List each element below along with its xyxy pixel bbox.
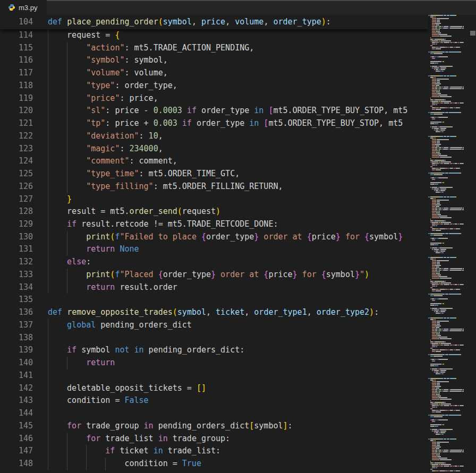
line-number[interactable]: 133 (0, 269, 33, 281)
indent-guide (48, 231, 48, 244)
code-line[interactable]: 119"price": price, (0, 92, 428, 105)
line-number[interactable]: 146 (0, 433, 33, 445)
line-number[interactable]: 132 (0, 256, 33, 269)
code-line[interactable]: 131return None (0, 243, 428, 256)
code-line[interactable]: 114request = { (0, 29, 428, 42)
code-line[interactable]: 104def place_pending_order(symbol, price… (0, 15, 428, 29)
line-number[interactable]: 135 (0, 294, 33, 306)
line-number[interactable]: 115 (0, 42, 33, 55)
code-line[interactable]: 142deletable_oposit_tickets = [] (0, 382, 428, 395)
code-line[interactable]: 127} (0, 193, 428, 206)
minimap-line (428, 254, 470, 255)
code-line[interactable]: 145for trade_group in pending_orders_dic… (0, 420, 428, 433)
indent-guide (67, 92, 67, 105)
line-number[interactable]: 116 (0, 54, 33, 67)
line-number[interactable]: 120 (0, 105, 33, 117)
tab-m3py[interactable]: m3.py (0, 0, 47, 15)
line-number[interactable]: 141 (0, 369, 33, 382)
minimap-line (428, 99, 470, 100)
code-line[interactable]: 146for trade_list in trade_group: (0, 433, 428, 445)
minimap-line (428, 21, 470, 22)
vertical-scrollbar[interactable] (470, 15, 476, 473)
line-number[interactable]: 119 (0, 92, 33, 105)
minimap-line (428, 316, 470, 317)
line-number[interactable]: 125 (0, 168, 33, 180)
line-number[interactable]: 139 (0, 344, 33, 357)
code-line[interactable]: 139if symbol not in pending_orders_dict: (0, 344, 428, 357)
code-line[interactable]: 129if result.retcode != mt5.TRADE_RETCOD… (0, 218, 428, 231)
minimap-line (428, 115, 470, 116)
indent-guide (105, 458, 106, 470)
code-line[interactable]: 121"tp": price + 0.003 if order_type in … (0, 117, 428, 130)
line-number[interactable]: 138 (0, 332, 33, 345)
token: "symbol" (86, 55, 124, 65)
line-number[interactable]: 126 (0, 180, 33, 193)
code-line[interactable]: 141 (0, 369, 428, 382)
code-line[interactable]: 140return (0, 357, 428, 369)
code-line[interactable]: 118"type": order_type, (0, 80, 428, 92)
line-number[interactable]: 134 (0, 281, 33, 294)
line-number[interactable]: 145 (0, 420, 33, 433)
code-line[interactable]: 122"deviation": 10, (0, 130, 428, 143)
minimap-line (428, 157, 470, 158)
line-number[interactable]: 137 (0, 319, 33, 332)
line-number[interactable]: 142 (0, 382, 33, 395)
code-line[interactable]: 133print(f"Placed {order_type} order at … (0, 269, 428, 281)
code-line[interactable]: 128result = mt5.order_send(request) (0, 205, 428, 218)
code-line[interactable]: 116"symbol": symbol, (0, 54, 428, 67)
token: for (67, 421, 81, 431)
code-text: global pending_orders_dict (67, 319, 192, 332)
line-number[interactable]: 129 (0, 218, 33, 231)
indent-guide (48, 117, 48, 130)
code-line[interactable]: 147if ticket in trade_list: (0, 445, 428, 458)
minimap-line (428, 104, 470, 105)
code-line[interactable]: 134return result.order (0, 281, 428, 294)
code-line[interactable]: 136def remove_opposite_trades(symbol, ti… (0, 306, 428, 319)
line-number[interactable]: 123 (0, 143, 33, 156)
minimap-line (428, 308, 470, 309)
code-line[interactable]: 126"type_filling": mt5.ORDER_FILLING_RET… (0, 180, 428, 193)
code-line[interactable]: 143condition = False (0, 394, 428, 407)
line-number[interactable]: 131 (0, 243, 33, 256)
code-line[interactable]: 117"volume": volume, (0, 67, 428, 80)
code-line[interactable]: 138 (0, 332, 428, 345)
scrollbar-thumb[interactable] (470, 31, 475, 36)
line-number[interactable]: 121 (0, 117, 33, 130)
line-number[interactable]: 144 (0, 407, 33, 420)
minimap-line (428, 153, 470, 154)
code-line[interactable]: 125"type_time": mt5.ORDER_TIME_GTC, (0, 168, 428, 180)
minimap-line (428, 343, 470, 344)
token: } (67, 194, 72, 204)
line-number[interactable]: 147 (0, 445, 33, 458)
code-line[interactable]: 123"magic": 234000, (0, 143, 428, 156)
code-line[interactable]: 144 (0, 407, 428, 420)
code-line[interactable]: 137global pending_orders_dict (0, 319, 428, 332)
minimap-line (428, 36, 470, 37)
line-number[interactable]: 127 (0, 193, 33, 206)
code-line[interactable]: 148condition = True (0, 458, 428, 470)
minimap-line (428, 71, 470, 72)
minimap-line (428, 391, 470, 392)
code-line[interactable]: 132else: (0, 256, 428, 269)
minimap-line (428, 324, 470, 325)
code-area[interactable]: 114request = {115"action": mt5.TRADE_ACT… (0, 29, 428, 473)
line-number[interactable]: 130 (0, 231, 33, 244)
line-number[interactable]: 114 (0, 29, 33, 42)
line-number[interactable]: 117 (0, 67, 33, 80)
code-line[interactable]: 130print(f"Failed to place {order_type} … (0, 231, 428, 244)
code-line[interactable]: 124"comment": comment, (0, 155, 428, 168)
line-number[interactable]: 128 (0, 205, 33, 218)
line-number[interactable]: 143 (0, 394, 33, 407)
minimap[interactable] (428, 15, 470, 473)
line-number[interactable]: 122 (0, 130, 33, 143)
sticky-scroll[interactable]: 104def place_pending_order(symbol, price… (0, 15, 428, 29)
code-line[interactable]: 115"action": mt5.TRADE_ACTION_PENDING, (0, 42, 428, 55)
code-line[interactable]: 120"sl": price - 0.0003 if order_type in… (0, 105, 428, 117)
line-number[interactable]: 136 (0, 306, 33, 319)
line-number[interactable]: 124 (0, 155, 33, 168)
code-line[interactable]: 135 (0, 294, 428, 306)
line-number[interactable]: 104 (0, 15, 33, 29)
line-number[interactable]: 140 (0, 357, 33, 369)
line-number[interactable]: 118 (0, 80, 33, 92)
line-number[interactable]: 148 (0, 458, 33, 470)
